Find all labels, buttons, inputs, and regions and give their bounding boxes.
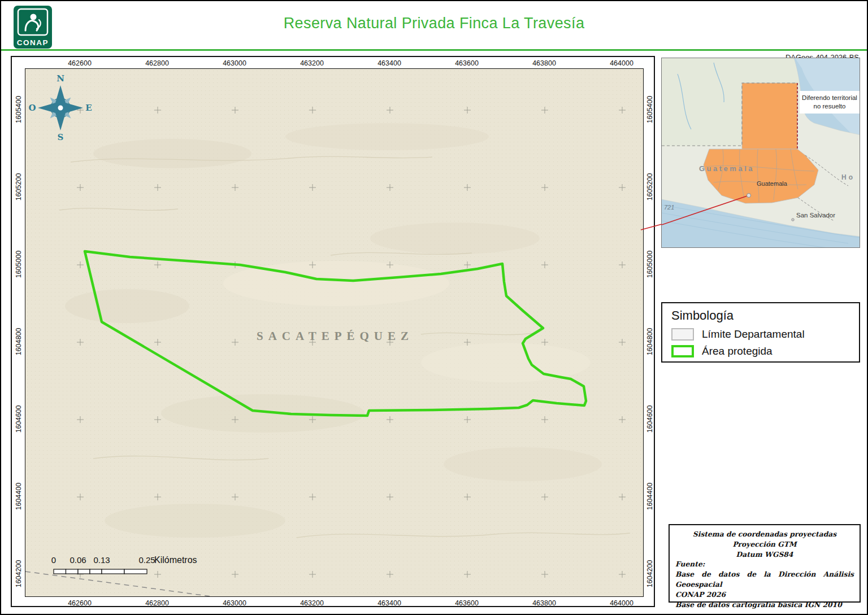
legend-item-limite-departamental[interactable]: Límite Departamental [671,328,850,341]
grid-y-label: 1605000 [15,251,23,278]
legend-item-area-protegida[interactable]: Área protegida [671,345,850,357]
grid-x-label: 463400 [377,59,401,67]
grid-x-label: 463600 [455,59,479,67]
projection-line: Proyección GTM [675,539,854,549]
grid-x-label: 463000 [223,59,246,67]
map-frame: SACATEPÉQUEZ N S E O 0 [11,56,655,607]
grid-y-label: 1605400 [646,96,654,124]
scale-tick-label: 0.06 [70,555,86,565]
scale-tick-label: 0.13 [93,555,110,565]
scale-bar-graphic [45,568,158,575]
grid-x-label: 463400 [377,599,401,607]
source-line: Base de datos cartografía básica IGN 201… [675,600,854,610]
compass-west-label: O [28,103,36,113]
locator-inset-map[interactable]: Diferendo territorial no resuelto Guatem… [661,58,860,248]
logo-text: CONAP [17,38,49,47]
grid-x-label: 464000 [610,599,633,607]
grid-y-label: 1605000 [646,251,654,278]
country-label: Guatemala [699,164,754,173]
grid-x-label: 464000 [610,59,633,67]
compass-south-label: S [58,132,64,142]
grid-x-label: 462800 [145,59,169,67]
legend-title: Simbología [671,308,850,323]
capital-city-label: Guatemala [757,180,787,187]
map-document-page: CONAP Reserva Natural Privada Finca La T… [0,0,868,615]
scale-unit-label: Kilómetros [154,555,197,565]
inset-drawing [662,58,860,248]
page-title: Reserva Natural Privada Finca La Travesí… [1,15,867,32]
grid-y-label: 1604400 [646,483,654,511]
grid-x-label: 463200 [300,599,324,607]
header-divider [1,49,867,51]
grid-y-label: 1604800 [646,328,654,356]
compass-star [38,85,83,130]
grid-y-label: 1604600 [646,405,654,433]
coordinate-system-line: Sistema de coordenadas proyectadas [675,529,854,539]
grid-y-label: 1604600 [15,405,23,433]
metadata-panel: Sistema de coordenadas proyectadas Proye… [669,524,861,603]
scale-tick-label: 0 [51,555,56,565]
grid-y-label: 1604200 [15,560,23,588]
compass-north-label: N [57,73,64,84]
grid-x-label: 463600 [455,599,479,607]
grid-y-label: 1605200 [15,173,23,201]
source-line: Base de datos de la Dirección Análisis G… [675,569,854,590]
grid-x-label: 463200 [300,59,324,67]
grid-x-label: 463000 [223,599,246,607]
grid-y-label: 1605200 [646,173,654,201]
source-label: Fuente: [675,559,854,569]
guatemala-city-dot [747,194,751,198]
grid-y-label: 1604800 [15,328,23,356]
legend-item-label: Límite Departamental [702,328,805,341]
grid-x-label: 463800 [532,59,556,67]
compass-rose: N S E O [27,72,94,146]
department-label: SACATEPÉQUEZ [257,329,414,343]
road-number-label: 721 [664,204,674,211]
san-salvador-dot [792,219,795,221]
legend-item-label: Área protegida [702,345,772,357]
scale-bar: 0 0.06 0.13 0.25 Kilómetros [45,555,283,581]
grid-y-label: 1604200 [646,560,654,588]
scale-tick-label: 0.25 [138,555,155,565]
grid-x-label: 462600 [68,59,92,67]
departmental-limit-swatch [671,328,694,341]
grid-x-label: 462600 [68,599,92,607]
legend-panel: Simbología Límite Departamental Área pro… [661,302,860,363]
map-canvas[interactable]: SACATEPÉQUEZ N S E O 0 [25,68,644,597]
grid-y-label: 1604400 [15,483,23,511]
disputed-territory-note: Diferendo territorial no resuelto [800,91,860,114]
grid-x-label: 462800 [145,599,169,607]
protected-area-swatch [671,345,694,357]
guatemala-peten [742,83,797,149]
datum-line: Datum WGS84 [675,549,854,560]
compass-east-label: E [85,103,92,113]
grid-x-label: 463800 [532,599,556,607]
san-salvador-label: San Salvador [796,212,835,219]
honduras-partial-label: Ho [841,173,855,181]
source-line: CONAP 2026 [675,590,854,600]
grid-y-label: 1605400 [15,96,23,124]
